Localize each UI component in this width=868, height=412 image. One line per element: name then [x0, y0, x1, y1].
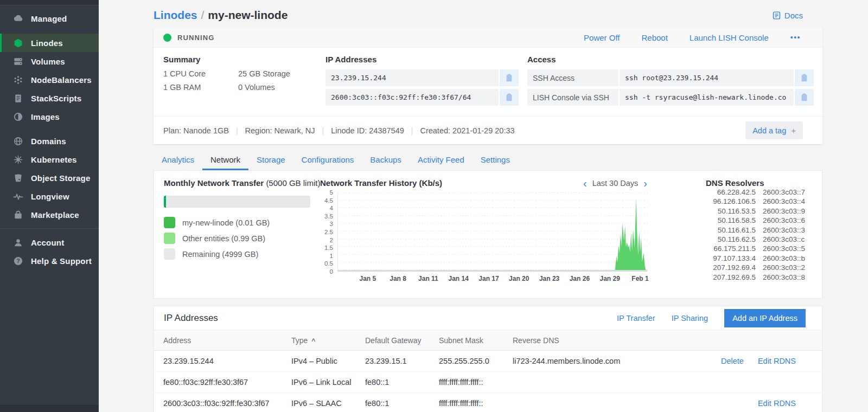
add-ip-address-button[interactable]: Add an IP Address	[724, 309, 806, 327]
legend-item: my-new-linode (0.01 GB)	[164, 217, 310, 228]
copy-icon	[800, 73, 808, 82]
copy-ssh-button[interactable]	[795, 69, 814, 86]
dns-ipv6: 2600:3c03::6	[763, 216, 805, 225]
tab-network[interactable]: Network	[202, 149, 248, 170]
network-panel: Monthly Network Transfer (5000 GB limit)…	[154, 170, 822, 299]
dns-resolvers-title: DNS Resolvers	[706, 178, 813, 188]
reboot-button[interactable]: Reboot	[641, 33, 667, 42]
range-label[interactable]: Last 30 Days	[592, 179, 639, 188]
tab-analytics[interactable]: Analytics	[154, 149, 202, 170]
ip-table-row: fe80::f03c:92ff:fe30:3f67 IPv6 – Link Lo…	[154, 372, 822, 393]
breadcrumb-separator: /	[201, 9, 205, 22]
chevron-left-icon[interactable]: ‹	[583, 179, 587, 187]
column-header-type[interactable]: Type^	[291, 336, 365, 345]
transfer-chart: 00.511.522.533.544.55	[320, 192, 647, 272]
cell-rdns: li723-244.members.linode.com	[513, 357, 713, 365]
ip-sharing-link[interactable]: IP Sharing	[672, 314, 708, 323]
power-off-button[interactable]: Power Off	[584, 33, 620, 42]
sidebar-item-linodes[interactable]: Linodes	[0, 34, 99, 52]
sidebar-item-nodebalancers[interactable]: NodeBalancers	[0, 70, 99, 89]
meta-linode-id: Linode ID: 24387549	[331, 126, 404, 135]
tab-backups[interactable]: Backups	[362, 149, 410, 170]
sort-asc-icon: ^	[311, 337, 315, 345]
dns-ipv6: 2600:3c03::b	[763, 254, 805, 263]
add-tag-button[interactable]: Add a tag +	[745, 121, 803, 139]
copy-icon	[800, 93, 808, 102]
legend-label: Remaining (4999 GB)	[182, 250, 258, 259]
summary-section: Summary 1 CPU Core 25 GB Storage 1 GB RA…	[163, 55, 326, 108]
column-header-address[interactable]: Address	[163, 336, 291, 345]
access-section: Access SSH Access ssh root@23.239.15.244…	[527, 55, 814, 108]
copy-lish-button[interactable]	[795, 89, 814, 106]
tab-storage[interactable]: Storage	[248, 149, 293, 170]
sidebar-item-images[interactable]: Images	[0, 107, 99, 126]
column-header-reverse-dns[interactable]: Reverse DNS	[513, 336, 713, 345]
legend-swatch-this-linode	[164, 217, 175, 228]
stackscript-icon	[13, 93, 23, 104]
sidebar-item-label: Images	[31, 112, 60, 121]
chart-y-labels: 00.511.522.533.544.55	[320, 192, 337, 272]
status-label: RUNNING	[177, 34, 214, 42]
add-tag-label: Add a tag	[752, 126, 786, 135]
nav-gap	[0, 126, 99, 132]
sidebar-item-label: Longview	[31, 192, 69, 201]
ssh-access-row: SSH Access ssh root@23.239.15.244	[527, 69, 814, 86]
breadcrumb-linodes-link[interactable]: Linodes	[154, 9, 197, 22]
sidebar-item-object-storage[interactable]: Object Storage	[0, 169, 99, 187]
tab-activity-feed[interactable]: Activity Feed	[410, 149, 473, 170]
status-bar: RUNNING Power Off Reboot Launch LISH Con…	[154, 28, 822, 48]
copy-ipv6-button[interactable]	[500, 89, 519, 106]
nav-divider	[0, 228, 99, 229]
ip-transfer-link[interactable]: IP Transfer	[617, 314, 655, 323]
docs-label: Docs	[784, 11, 803, 20]
managed-icon	[13, 14, 23, 24]
ssh-access-label: SSH Access	[527, 69, 618, 86]
more-actions-button[interactable]: •••	[790, 33, 801, 42]
meta-separator: |	[322, 126, 324, 135]
legend-item: Remaining (4999 GB)	[164, 248, 310, 260]
chevron-right-icon[interactable]: ›	[643, 179, 647, 187]
sidebar-item-label: Kubernetes	[31, 155, 77, 164]
sidebar-item-volumes[interactable]: Volumes	[0, 52, 99, 70]
kubernetes-icon	[13, 154, 23, 165]
dns-row: 207.192.69.52600:3c03::8	[706, 273, 813, 282]
edit-rdns-link[interactable]: Edit RDNS	[758, 399, 796, 408]
status-running-dot	[163, 34, 171, 42]
sidebar-item-marketplace[interactable]: Marketplace	[0, 205, 99, 224]
tab-settings[interactable]: Settings	[473, 149, 518, 170]
column-header-subnet-mask[interactable]: Subnet Mask	[439, 336, 513, 345]
cell-gateway: fe80::1	[365, 399, 439, 408]
transfer-history-section: Network Transfer History (Kb/s) ‹ Last 3…	[320, 178, 704, 294]
cell-type: IPv6 – SLAAC	[291, 399, 365, 408]
launch-lish-console-button[interactable]: Launch LISH Console	[690, 33, 769, 42]
bucket-icon	[13, 173, 23, 183]
sidebar-item-domains[interactable]: Domains	[0, 132, 99, 150]
sidebar-item-label: Managed	[31, 14, 67, 23]
delete-link[interactable]: Delete	[721, 357, 744, 365]
column-header-default-gateway[interactable]: Default Gateway	[365, 336, 439, 345]
sidebar-item-kubernetes[interactable]: Kubernetes	[0, 150, 99, 169]
edit-rdns-link[interactable]: Edit RDNS	[758, 357, 796, 365]
sidebar-item-longview[interactable]: Longview	[0, 187, 99, 205]
tab-configurations[interactable]: Configurations	[293, 149, 362, 170]
monthly-transfer-section: Monthly Network Transfer (5000 GB limit)…	[164, 178, 320, 294]
topbar: Linodes / my-new-linode Docs	[154, 0, 822, 22]
copy-ipv4-button[interactable]	[500, 69, 519, 86]
sidebar-item-stackscripts[interactable]: StackScripts	[0, 89, 99, 107]
dns-ipv4: 97.107.133.4	[706, 254, 756, 263]
sidebar-item-label: Domains	[31, 137, 66, 146]
ip-table-row: 23.239.15.244 IPv4 – Public 23.239.15.1 …	[154, 351, 822, 372]
dns-row: 50.116.53.52600:3c03::9	[706, 207, 813, 216]
ip-card-header: IP Addresses IP Transfer IP Sharing Add …	[154, 306, 822, 330]
docs-link[interactable]: Docs	[772, 11, 803, 20]
dns-ipv4: 207.192.69.4	[706, 263, 756, 272]
dns-row: 96.126.106.52600:3c03::4	[706, 197, 813, 206]
sidebar-item-account[interactable]: Account	[0, 233, 99, 252]
dns-ipv4: 66.175.211.5	[706, 244, 756, 253]
dns-ipv6: 2600:3c03::5	[763, 244, 805, 253]
ip-addresses-section: IP Addresses 23.239.15.244 2600:3c03::f0…	[326, 55, 527, 108]
sidebar-item-help-support[interactable]: ? Help & Support	[0, 252, 99, 270]
lish-console-label: LISH Console via SSH	[527, 89, 618, 106]
sidebar-item-managed[interactable]: Managed	[0, 9, 99, 28]
marketplace-icon	[13, 210, 23, 220]
